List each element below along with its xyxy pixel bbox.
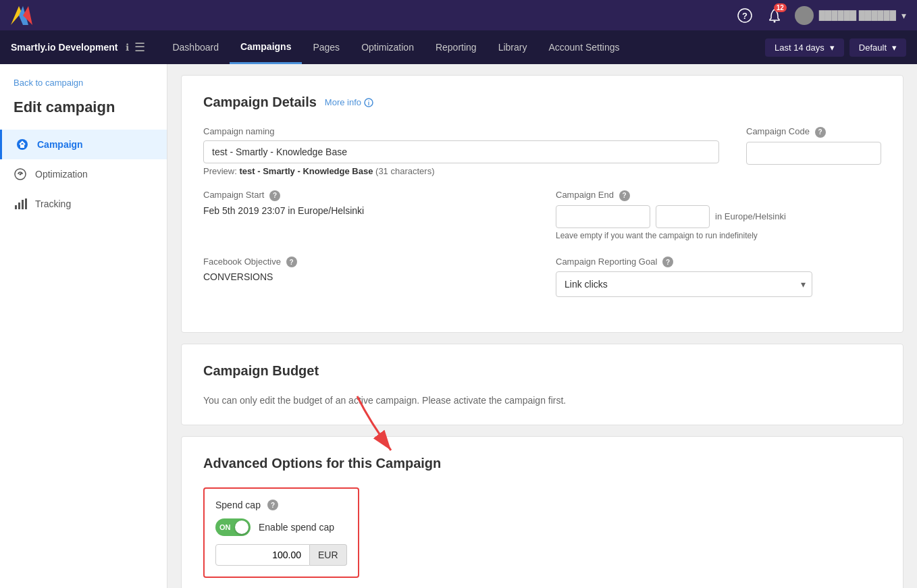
advanced-title: Advanced Options for this Campaign xyxy=(203,456,881,471)
view-button[interactable]: Default ▾ xyxy=(849,38,906,57)
view-label: Default xyxy=(859,43,887,53)
advanced-options-card: Advanced Options for this Campaign Spend… xyxy=(181,436,903,588)
top-bar: ? 12 ██████ ██████ ▾ xyxy=(0,0,917,30)
svg-text:?: ? xyxy=(742,11,748,21)
main-content: Campaign Details More info i Campaign na… xyxy=(167,64,917,588)
end-date-input[interactable] xyxy=(556,205,650,228)
reporting-goal-select-wrapper: Link clicks Impressions Reach Conversion… xyxy=(556,271,812,297)
sidebar-item-tracking[interactable]: Tracking xyxy=(0,189,167,219)
svg-text:i: i xyxy=(368,100,370,107)
objective-help-icon[interactable]: ? xyxy=(286,257,297,267)
spend-cap-help-icon[interactable]: ? xyxy=(267,500,278,510)
objective-value: CONVERSIONS xyxy=(203,271,529,282)
campaign-code-input[interactable] xyxy=(746,142,881,165)
spend-cap-section: Spend cap ? ON Enable spend cap EUR xyxy=(203,487,359,578)
spend-cap-toggle[interactable]: ON xyxy=(215,518,251,536)
view-dropdown-icon: ▾ xyxy=(892,43,897,53)
sidebar-item-tracking-label: Tracking xyxy=(35,198,71,209)
date-range-button[interactable]: Last 14 days ▾ xyxy=(765,38,844,57)
sidebar-item-optimization-label: Optimization xyxy=(35,169,88,180)
spend-cap-label-row: Spend cap ? xyxy=(215,500,347,510)
sidebar: Back to campaign Edit campaign Campaign xyxy=(0,64,167,588)
optimization-icon xyxy=(14,167,27,181)
code-help-icon[interactable]: ? xyxy=(815,127,826,138)
svg-rect-14 xyxy=(25,198,27,209)
reporting-goal-col: Campaign Reporting Goal ? Link clicks Im… xyxy=(556,257,881,298)
start-help-icon[interactable]: ? xyxy=(269,190,280,201)
help-icon[interactable]: ? xyxy=(735,6,754,25)
nav-bar: Smartly.io Development ℹ ☰ Dashboard Cam… xyxy=(0,30,917,64)
svg-rect-13 xyxy=(22,200,24,209)
notification-count: 12 xyxy=(774,3,787,12)
svg-rect-12 xyxy=(18,203,20,209)
end-col: Campaign End ? in Europe/Helsinki Leave … xyxy=(556,190,881,240)
notification-icon[interactable]: 12 xyxy=(765,6,784,25)
user-dropdown-icon: ▾ xyxy=(901,10,906,21)
more-info-link[interactable]: More info i xyxy=(325,97,373,107)
back-to-campaign-link[interactable]: Back to campaign xyxy=(0,78,167,99)
toggle-on-text: ON xyxy=(219,523,231,531)
sidebar-item-optimization[interactable]: Optimization xyxy=(0,159,167,189)
campaign-code-col: Campaign Code ? xyxy=(746,126,881,176)
preview-text: Preview: test - Smartly - Knowledge Base… xyxy=(203,166,719,176)
naming-row: Campaign naming Preview: test - Smartly … xyxy=(203,126,881,176)
nav-dashboard[interactable]: Dashboard xyxy=(161,30,230,64)
dates-row: Campaign Start ? Feb 5th 2019 23:07 in E… xyxy=(203,190,881,240)
user-name: ██████ ██████ xyxy=(819,10,896,20)
reporting-goal-select[interactable]: Link clicks Impressions Reach Conversion… xyxy=(556,271,812,297)
end-date-row: in Europe/Helsinki xyxy=(556,205,881,228)
budget-message: You can only edit the budget of an activ… xyxy=(203,395,881,406)
naming-label: Campaign naming xyxy=(203,126,719,136)
nav-account-settings[interactable]: Account Settings xyxy=(538,30,630,64)
nav-pages[interactable]: Pages xyxy=(302,30,350,64)
end-help-icon[interactable]: ? xyxy=(619,190,630,201)
top-bar-right: ? 12 ██████ ██████ ▾ xyxy=(735,6,906,25)
leave-empty-hint: Leave empty if you want the campaign to … xyxy=(556,231,881,240)
objective-row: Facebook Objective ? CONVERSIONS Campaig… xyxy=(203,257,881,298)
end-timezone: in Europe/Helsinki xyxy=(715,211,786,221)
sidebar-item-campaign-label: Campaign xyxy=(37,139,83,150)
objective-col: Facebook Objective ? CONVERSIONS xyxy=(203,257,529,298)
end-time-input[interactable] xyxy=(656,205,710,228)
svg-point-5 xyxy=(773,20,775,22)
campaign-budget-card: Campaign Budget You can only edit the bu… xyxy=(181,344,903,425)
campaign-details-title: Campaign Details More info i xyxy=(203,95,881,110)
campaign-naming-input[interactable] xyxy=(203,140,719,163)
user-menu[interactable]: ██████ ██████ ▾ xyxy=(795,6,906,25)
currency-badge: EUR xyxy=(310,544,347,566)
end-label: Campaign End ? xyxy=(556,190,881,201)
start-date-text: Feb 5th 2019 23:07 in Europe/Helsinki xyxy=(203,205,529,216)
nav-campaigns[interactable]: Campaigns xyxy=(230,30,302,64)
code-label: Campaign Code ? xyxy=(746,126,881,138)
svg-rect-11 xyxy=(15,205,17,209)
start-col: Campaign Start ? Feb 5th 2019 23:07 in E… xyxy=(203,190,529,240)
sidebar-item-campaign[interactable]: Campaign xyxy=(0,130,167,159)
reporting-goal-help-icon[interactable]: ? xyxy=(662,257,673,267)
preview-bold: test - Smartly - Knowledge Base xyxy=(239,166,373,176)
logo xyxy=(11,6,32,25)
campaign-details-card: Campaign Details More info i Campaign na… xyxy=(181,75,903,333)
budget-title: Campaign Budget xyxy=(203,363,881,379)
spend-cap-label: Spend cap xyxy=(215,500,261,510)
objective-label: Facebook Objective ? xyxy=(203,257,529,268)
tracking-icon xyxy=(14,197,27,211)
nav-optimization[interactable]: Optimization xyxy=(350,30,425,64)
naming-col: Campaign naming Preview: test - Smartly … xyxy=(203,126,719,176)
enable-spend-cap-label: Enable spend cap xyxy=(259,522,334,533)
preview-chars: (31 characters) xyxy=(375,166,434,176)
toggle-knob xyxy=(235,520,248,534)
nav-library[interactable]: Library xyxy=(488,30,538,64)
layout: Back to campaign Edit campaign Campaign xyxy=(0,64,917,588)
nav-menu-icon[interactable]: ☰ xyxy=(134,40,145,55)
toggle-row: ON Enable spend cap xyxy=(215,518,347,536)
start-label: Campaign Start ? xyxy=(203,190,529,201)
date-dropdown-icon: ▾ xyxy=(830,43,835,53)
reporting-goal-label: Campaign Reporting Goal ? xyxy=(556,257,881,268)
spend-cap-amount-input[interactable] xyxy=(215,544,310,566)
nav-info-icon[interactable]: ℹ xyxy=(126,42,129,53)
date-range-label: Last 14 days xyxy=(775,43,824,53)
edit-campaign-title: Edit campaign xyxy=(0,99,167,130)
svg-rect-7 xyxy=(20,144,24,148)
nav-brand: Smartly.io Development xyxy=(11,42,117,53)
nav-reporting[interactable]: Reporting xyxy=(425,30,488,64)
